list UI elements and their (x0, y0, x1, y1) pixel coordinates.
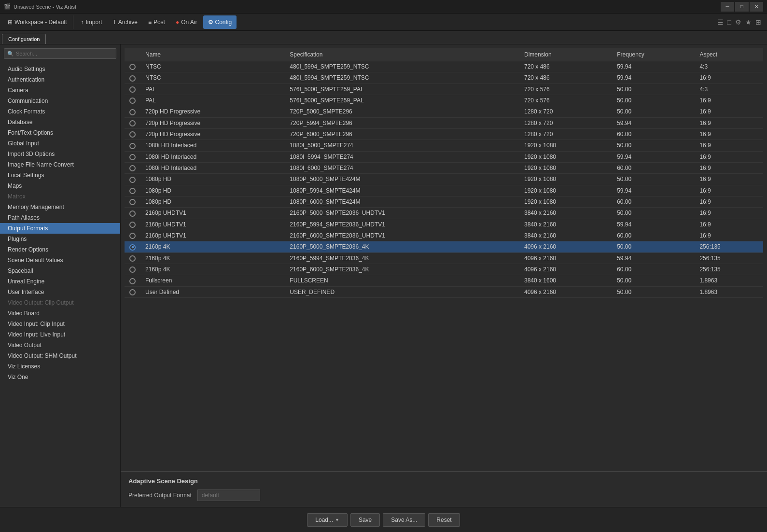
menu-item-import[interactable]: ↑ Import (76, 15, 107, 29)
cell-name: 1080i HD Interlaced (140, 162, 285, 173)
col-header-specification[interactable]: Specification (285, 48, 519, 61)
table-row[interactable]: 2160p UHDTV12160P_6000_SMPTE2036_UHDTV13… (125, 230, 763, 241)
menu-icon-3[interactable]: ⚙ (735, 18, 741, 26)
col-header-frequency[interactable]: Frequency (612, 48, 695, 61)
table-row[interactable]: 2160p 4K2160P_6000_SMPTE2036_4K4096 x 21… (125, 264, 763, 275)
menu-item-config[interactable]: ⚙ Config (203, 15, 237, 29)
menu-item-post[interactable]: ≡ Post (143, 15, 170, 29)
table-row[interactable]: NTSC480I_5994_SMPTE259_NTSC720 x 48659.9… (125, 72, 763, 84)
sidebar-item-global-input[interactable]: Global Input (0, 138, 120, 149)
cell-dimension: 1920 x 1080 (519, 196, 612, 207)
radio-button-15[interactable] (129, 233, 136, 239)
sidebar-item-unreal-engine[interactable]: Unreal Engine (0, 276, 120, 287)
sidebar-item-clock-formats[interactable]: Clock Formats (0, 106, 120, 117)
sidebar-item-communication[interactable]: Communication (0, 96, 120, 106)
radio-button-6[interactable] (129, 131, 136, 138)
sidebar-item-camera[interactable]: Camera (0, 85, 120, 96)
menu-icon-5[interactable]: ⊞ (755, 18, 761, 26)
radio-button-16[interactable] (129, 244, 136, 251)
radio-button-3[interactable] (129, 98, 136, 104)
sidebar-item-font-text-options[interactable]: Font/Text Options (0, 127, 120, 138)
radio-button-5[interactable] (129, 120, 136, 126)
table-row[interactable]: 2160p 4K2160P_5994_SMPTE2036_4K4096 x 21… (125, 252, 763, 264)
radio-button-12[interactable] (129, 199, 136, 205)
close-button[interactable]: ✕ (750, 2, 763, 12)
table-row[interactable]: User DefinedUSER_DEFINED4096 x 216050.00… (125, 286, 763, 297)
search-input[interactable] (4, 48, 116, 59)
sidebar-item-video-output[interactable]: Video Output (0, 340, 120, 350)
menu-icon-4[interactable]: ★ (745, 18, 752, 26)
sidebar-item-scene-default-values[interactable]: Scene Default Values (0, 255, 120, 266)
radio-button-0[interactable] (129, 64, 136, 70)
preferred-output-input[interactable] (197, 490, 260, 501)
sidebar-item-video-input-clip-input[interactable]: Video Input: Clip Input (0, 319, 120, 329)
radio-button-10[interactable] (129, 177, 136, 183)
col-header-aspect[interactable]: Aspect (695, 48, 763, 61)
radio-button-18[interactable] (129, 266, 136, 273)
radio-button-20[interactable] (129, 289, 136, 295)
radio-button-7[interactable] (129, 143, 136, 149)
save-as-button[interactable]: Save As... (383, 513, 425, 527)
sidebar-item-video-output-shm-output[interactable]: Video Output: SHM Output (0, 350, 120, 361)
table-row[interactable]: 1080i HD Interlaced1080I_5000_SMPTE27419… (125, 140, 763, 151)
table-row[interactable]: 720p HD Progressive720P_5994_SMPTE296128… (125, 117, 763, 128)
sidebar-item-import-3d-options[interactable]: Import 3D Options (0, 149, 120, 159)
sidebar-item-path-aliases[interactable]: Path Aliases (0, 212, 120, 223)
radio-button-1[interactable] (129, 75, 136, 82)
menu-icon-1[interactable]: ☰ (717, 18, 724, 26)
formats-table-body: NTSC480I_5994_SMPTE259_NTSC720 x 48659.9… (125, 61, 763, 298)
sidebar-item-memory-management[interactable]: Memory Management (0, 202, 120, 212)
sidebar-item-authentication[interactable]: Authentication (0, 74, 120, 85)
reset-button[interactable]: Reset (428, 513, 460, 527)
sidebar-item-viz-one[interactable]: Viz One (0, 372, 120, 382)
sidebar-item-plugins[interactable]: Plugins (0, 234, 120, 244)
table-row[interactable]: 2160p UHDTV12160P_5000_SMPTE2036_UHDTV13… (125, 208, 763, 219)
sidebar-item-database[interactable]: Database (0, 117, 120, 127)
table-row[interactable]: 1080p HD1080P_5000_SMPTE424M1920 x 10805… (125, 174, 763, 185)
table-row[interactable]: NTSC480I_5994_SMPTE259_NTSC720 x 48659.9… (125, 61, 763, 72)
menu-icon-2[interactable]: □ (727, 18, 731, 26)
radio-button-2[interactable] (129, 86, 136, 93)
sidebar-item-spaceball[interactable]: Spaceball (0, 266, 120, 276)
table-row[interactable]: 1080i HD Interlaced1080I_6000_SMPTE27419… (125, 162, 763, 173)
table-row[interactable]: 1080i HD Interlaced1080I_5994_SMPTE27419… (125, 151, 763, 162)
table-row[interactable]: PAL576I_5000_SMPTE259_PAL720 x 57650.001… (125, 95, 763, 106)
maximize-button[interactable]: □ (735, 2, 749, 12)
cell-name: NTSC (140, 72, 285, 84)
sidebar-item-audio-settings[interactable]: Audio Settings (0, 64, 120, 74)
radio-button-8[interactable] (129, 154, 136, 160)
workspace-menu-item[interactable]: ⊞ Workspace - Default (2, 15, 73, 29)
table-row[interactable]: 720p HD Progressive720P_5000_SMPTE296128… (125, 106, 763, 117)
table-row[interactable]: PAL576I_5000_SMPTE259_PAL720 x 57650.004… (125, 84, 763, 95)
save-button[interactable]: Save (350, 513, 380, 527)
sidebar-item-video-board[interactable]: Video Board (0, 308, 120, 319)
col-header-dimension[interactable]: Dimension (519, 48, 612, 61)
sidebar-item-user-interface[interactable]: User Interface (0, 287, 120, 297)
menu-item-on-air[interactable]: ● On Air (171, 15, 202, 29)
sidebar-item-output-formats[interactable]: Output Formats (0, 223, 120, 234)
sidebar-item-viz-licenses[interactable]: Viz Licenses (0, 361, 120, 372)
radio-button-17[interactable] (129, 255, 136, 262)
sidebar-item-image-file-name-convert[interactable]: Image File Name Convert (0, 159, 120, 170)
radio-button-9[interactable] (129, 165, 136, 171)
table-row[interactable]: FullscreenFULLSCREEN3840 x 160050.001.89… (125, 275, 763, 286)
table-row[interactable]: 2160p 4K2160P_5000_SMPTE2036_4K4096 x 21… (125, 241, 763, 252)
table-row[interactable]: 720p HD Progressive720P_6000_SMPTE296128… (125, 128, 763, 140)
col-header-name[interactable]: Name (140, 48, 285, 61)
table-row[interactable]: 1080p HD1080P_6000_SMPTE424M1920 x 10806… (125, 196, 763, 207)
radio-button-4[interactable] (129, 109, 136, 115)
radio-button-13[interactable] (129, 210, 136, 217)
table-row[interactable]: 2160p UHDTV12160P_5994_SMPTE2036_UHDTV13… (125, 219, 763, 230)
sidebar-item-local-settings[interactable]: Local Settings (0, 170, 120, 181)
sidebar-item-video-input-live-input[interactable]: Video Input: Live Input (0, 329, 120, 340)
menu-item-archive[interactable]: T Archive (108, 15, 142, 29)
load-button[interactable]: Load... ▼ (307, 513, 348, 527)
minimize-button[interactable]: ─ (721, 2, 734, 12)
tab-configuration[interactable]: Configuration (2, 34, 46, 44)
radio-button-11[interactable] (129, 188, 136, 194)
radio-button-19[interactable] (129, 278, 136, 284)
sidebar-item-render-options[interactable]: Render Options (0, 244, 120, 255)
radio-button-14[interactable] (129, 222, 136, 228)
sidebar-item-maps[interactable]: Maps (0, 181, 120, 191)
table-row[interactable]: 1080p HD1080P_5994_SMPTE424M1920 x 10805… (125, 185, 763, 196)
